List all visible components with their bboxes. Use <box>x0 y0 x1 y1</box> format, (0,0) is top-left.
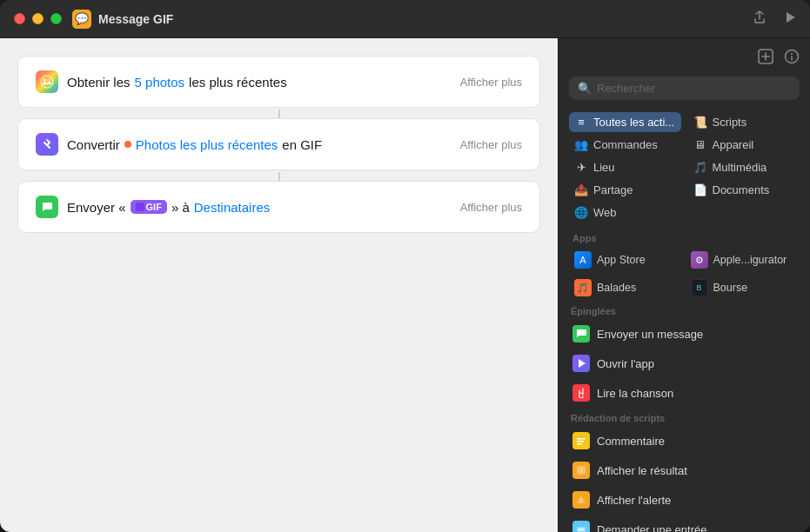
traffic-lights <box>14 13 62 24</box>
category-label: Partage <box>593 183 633 196</box>
app-bourse-label: Bourse <box>713 282 748 294</box>
step1-icon <box>36 70 58 93</box>
info-icon[interactable] <box>784 49 800 68</box>
step1-prefix: Obtenir les <box>67 75 131 90</box>
scripting-show-result[interactable]: ! Afficher le résultat <box>566 456 803 485</box>
category-multimedia[interactable]: 🎵 Multimédia <box>688 157 800 177</box>
category-location[interactable]: ✈ Lieu <box>569 157 681 177</box>
app-appstore[interactable]: A App Store <box>569 247 684 273</box>
sharing-icon: 📤 <box>574 183 588 196</box>
category-all-actions[interactable]: ≡ Toutes les acti... <box>569 112 681 132</box>
app-balades[interactable]: 🎵 Balades <box>569 275 684 301</box>
list-icon: ≡ <box>574 116 588 129</box>
minimize-button[interactable] <box>32 13 44 24</box>
svg-text:!: ! <box>580 498 582 504</box>
main-window: 💬 Message GIF <box>0 0 810 532</box>
step3-link[interactable]: Destinataires <box>194 200 271 215</box>
input-icon <box>572 521 590 532</box>
bourse-icon: B <box>691 279 708 296</box>
app-icon: 💬 <box>72 10 91 29</box>
scripting-show-alert[interactable]: ! Afficher l'alerte <box>566 485 803 515</box>
app-configurator[interactable]: ⚙ Apple...igurator <box>686 247 800 273</box>
divider-2 <box>278 172 280 181</box>
category-label: Toutes les acti... <box>593 116 674 129</box>
category-label: Appareil <box>713 138 754 151</box>
pinned-play-song[interactable]: Lire la chanson <box>566 378 803 408</box>
configurator-icon: ⚙ <box>691 251 708 269</box>
multimedia-icon: 🎵 <box>693 161 707 174</box>
location-icon: ✈ <box>574 161 588 174</box>
appstore-icon: A <box>574 251 592 269</box>
show-alert-label: Afficher l'alerte <box>597 494 796 507</box>
open-app-label: Ouvrir l'app <box>597 357 796 370</box>
category-label: Scripts <box>713 116 747 129</box>
maximize-button[interactable] <box>50 13 62 24</box>
step3-content: Envoyer « GIF » à Destinataires <box>67 200 460 215</box>
scripting-comment[interactable]: Commentaire <box>566 426 803 456</box>
scripting-ask-input[interactable]: Demander une entrée <box>566 515 803 532</box>
app-configurator-label: Apple...igurator <box>713 254 787 266</box>
svg-point-2 <box>44 79 46 82</box>
documents-icon: 📄 <box>693 183 707 196</box>
step3-afficher[interactable]: Afficher plus <box>460 201 522 214</box>
result-icon: ! <box>572 462 590 479</box>
step2-icon <box>36 133 58 156</box>
category-label: Multimédia <box>713 161 767 174</box>
step2-afficher[interactable]: Afficher plus <box>460 138 522 151</box>
svg-marker-7 <box>579 359 586 368</box>
svg-marker-0 <box>787 12 795 23</box>
apps-section: Apps <box>559 228 810 247</box>
sidebar-list: Épinglées Envoyer un message Ouvrir l'ap… <box>559 301 810 532</box>
actions-sidebar: 🔍 Rechercher ≡ Toutes les acti... 📜 Scri… <box>558 38 810 532</box>
category-device[interactable]: 🖥 Appareil <box>688 135 800 155</box>
svg-point-1 <box>41 76 53 88</box>
step3-middle: » à <box>171 200 190 215</box>
category-sharing[interactable]: 📤 Partage <box>569 180 681 200</box>
app-bourse[interactable]: B Bourse <box>686 275 800 301</box>
pinned-section-label: Épinglées <box>566 301 803 319</box>
shortcuts-icon <box>572 355 590 372</box>
titlebar-actions <box>753 10 796 28</box>
app-identity: 💬 Message GIF <box>72 10 173 29</box>
titlebar: 💬 Message GIF <box>0 0 810 38</box>
share-icon[interactable] <box>753 10 766 28</box>
step1-suffix: les plus récentes <box>189 75 287 90</box>
ask-input-label: Demander une entrée <box>597 523 796 533</box>
step2-prefix: Convertir <box>67 137 120 152</box>
messages-icon <box>572 325 590 342</box>
scripting-section-label: Rédaction de scripts <box>566 408 803 426</box>
category-documents[interactable]: 📄 Documents <box>688 180 800 200</box>
category-web[interactable]: 🌐 Web <box>569 203 681 223</box>
close-button[interactable] <box>14 13 25 24</box>
device-icon: 🖥 <box>693 138 707 151</box>
comment-icon <box>572 432 590 449</box>
step1-link[interactable]: 5 photos <box>135 75 185 90</box>
commands-icon: 👥 <box>574 138 588 151</box>
step2-link[interactable]: Photos les plus récentes <box>136 137 278 152</box>
category-scripts[interactable]: 📜 Scripts <box>688 112 800 132</box>
category-label: Commandes <box>593 138 658 151</box>
svg-point-6 <box>791 53 793 55</box>
svg-rect-9 <box>577 441 584 442</box>
category-commands[interactable]: 👥 Commandes <box>569 135 681 155</box>
step2-middle: en GIF <box>282 137 322 152</box>
sidebar-header: 🔍 Rechercher <box>559 38 810 107</box>
workflow-step-3[interactable]: Envoyer « GIF » à Destinataires Afficher… <box>17 181 540 233</box>
workflow-step-1[interactable]: Obtenir les 5 photos les plus récentes A… <box>17 56 540 108</box>
sidebar-toolbar <box>569 47 800 70</box>
step1-afficher[interactable]: Afficher plus <box>460 76 522 89</box>
workflow-step-2[interactable]: Convertir Photos les plus récentes en GI… <box>17 118 540 170</box>
music-icon <box>572 384 590 402</box>
main-area: Obtenir les 5 photos les plus récentes A… <box>0 38 810 532</box>
search-icon: 🔍 <box>578 82 592 95</box>
play-song-label: Lire la chanson <box>597 387 796 400</box>
add-action-icon[interactable] <box>758 49 773 68</box>
pinned-open-app[interactable]: Ouvrir l'app <box>566 349 803 378</box>
search-bar[interactable]: 🔍 Rechercher <box>569 76 800 100</box>
pinned-send-message[interactable]: Envoyer un message <box>566 319 803 349</box>
svg-text:!: ! <box>580 467 582 475</box>
step3-prefix: Envoyer « <box>67 200 126 215</box>
play-icon[interactable] <box>784 11 796 27</box>
web-icon: 🌐 <box>574 206 588 219</box>
category-label: Lieu <box>593 161 615 174</box>
